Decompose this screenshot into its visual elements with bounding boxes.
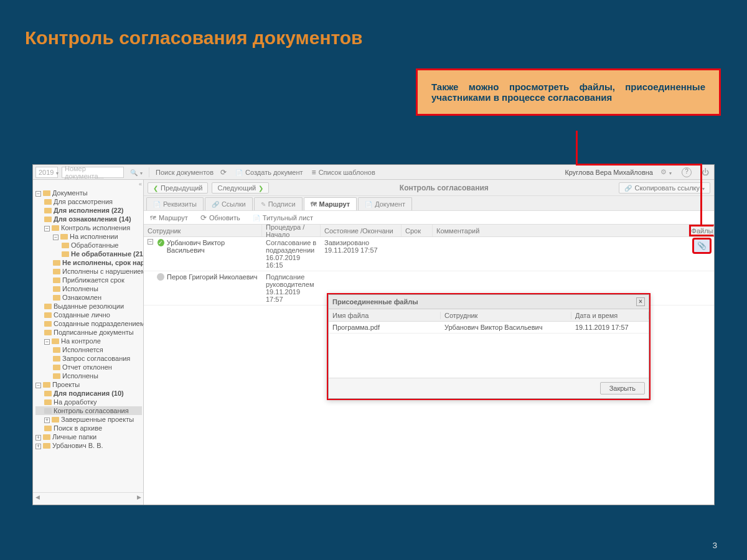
tree-node[interactable]: Созданные подразделением xyxy=(35,319,142,328)
route-grid-header: Сотрудник Процедура /Начало Состояние /О… xyxy=(144,225,714,237)
refresh-icon xyxy=(220,168,227,177)
create-doc-button[interactable]: Создать документ xyxy=(233,167,306,177)
table-row[interactable]: − Урбанович Виктор Васильевич Согласован… xyxy=(144,237,714,271)
refresh-button[interactable]: Обновить xyxy=(198,212,243,223)
title-page-button[interactable]: Титульный лист xyxy=(250,213,316,223)
tab-links[interactable]: Ссылки xyxy=(205,197,253,210)
col-comment[interactable]: Комментарий xyxy=(433,225,689,236)
route-button[interactable]: Маршрут xyxy=(148,213,190,223)
callout-connector xyxy=(700,164,702,225)
tab-requisites[interactable]: Реквизиты xyxy=(146,197,204,210)
dialog-row[interactable]: Программа.pdf Урбанович Виктор Васильеви… xyxy=(329,322,649,334)
callout-text: Также можно просмотреть файлы, присоедин… xyxy=(431,82,705,103)
expand-icon[interactable]: − xyxy=(148,239,153,245)
arrow-left-icon xyxy=(153,184,158,192)
tree-node-control-approval[interactable]: Контроль согласования xyxy=(35,406,142,415)
col-employee[interactable]: Сотрудник xyxy=(144,225,262,236)
tree-node[interactable]: Приближается срок xyxy=(35,276,142,284)
tree-node-control-exec[interactable]: −Контроль исполнения xyxy=(35,223,142,232)
year-select[interactable]: 2019 xyxy=(35,167,58,178)
record-title: Контроль согласования xyxy=(273,184,615,192)
col-state[interactable]: Состояние /Окончани xyxy=(321,225,402,236)
tree-node[interactable]: Запрос согласования xyxy=(35,354,142,363)
chevron-down-icon xyxy=(56,169,59,176)
tab-signatures[interactable]: Подписи xyxy=(254,197,303,210)
search-docs-button[interactable]: Поиск документов xyxy=(153,167,229,178)
files-cell[interactable] xyxy=(689,237,714,271)
dialog-title-text: Присоединенные файлы xyxy=(332,298,418,306)
tree-node[interactable]: +Урбанович В. В. xyxy=(35,441,142,450)
paperclip-icon xyxy=(697,242,707,250)
help-icon xyxy=(682,167,692,177)
tree-node[interactable]: Не обработанные (21) xyxy=(35,250,142,258)
dcol-filename[interactable]: Имя файла xyxy=(329,312,441,319)
route-icon xyxy=(150,214,156,222)
document-icon xyxy=(253,214,260,222)
tree-node[interactable]: Для подписания (10) xyxy=(35,389,142,398)
tree-node[interactable]: Для ознакомления (14) xyxy=(35,215,142,223)
folder-tree: −Документы Для рассмотрения Для исполнен… xyxy=(33,180,143,492)
templates-button[interactable]: Список шаблонов xyxy=(309,167,378,178)
navigation-sidebar: « −Документы Для рассмотрения Для исполн… xyxy=(33,180,144,505)
current-user: Круглова Вера Михайловна xyxy=(565,169,653,176)
tree-node[interactable]: На доработку xyxy=(35,398,142,406)
tree-node[interactable]: Созданные лично xyxy=(35,310,142,319)
tree-node[interactable]: −На исполнении xyxy=(35,232,142,241)
main-toolbar: 2019 Номер документа... Поиск документов… xyxy=(33,165,714,180)
tree-node[interactable]: Для рассмотрения xyxy=(35,197,142,206)
dialog-grid-header: Имя файла Сотрудник Дата и время xyxy=(329,309,649,322)
tree-node[interactable]: Поиск в архиве xyxy=(35,424,142,432)
help-button[interactable] xyxy=(679,166,694,179)
page-number: 3 xyxy=(713,541,717,550)
dcol-date[interactable]: Дата и время xyxy=(571,312,649,319)
tree-node[interactable]: +Завершенные проекты xyxy=(35,415,142,424)
col-deadline[interactable]: Срок xyxy=(402,225,433,236)
file-name: Программа.pdf xyxy=(329,322,441,333)
tree-node[interactable]: Исполнены xyxy=(35,371,142,380)
col-procedure[interactable]: Процедура /Начало xyxy=(262,225,321,236)
file-date: 19.11.2019 17:57 xyxy=(571,322,649,333)
tree-node[interactable]: Ознакомлен xyxy=(35,293,142,302)
status-pending-icon xyxy=(157,273,164,281)
tree-node[interactable]: Не исполнены, срок наруш xyxy=(35,258,142,267)
settings-button[interactable] xyxy=(658,167,674,177)
tree-node-projects[interactable]: −Проекты xyxy=(35,380,142,389)
arrow-right-icon xyxy=(258,184,263,192)
tab-route[interactable]: Маршрут xyxy=(304,197,357,210)
tabs: Реквизиты Ссылки Подписи Маршрут Докумен… xyxy=(144,196,714,211)
refresh-icon xyxy=(200,213,207,222)
tab-document[interactable]: Документ xyxy=(358,197,412,210)
tree-node-on-control[interactable]: −На контроле xyxy=(35,337,142,345)
copy-link-button[interactable]: Скопировать ссылку xyxy=(619,182,710,194)
next-button[interactable]: Следующий xyxy=(212,182,269,194)
tree-node[interactable]: Отчет отклонен xyxy=(35,363,142,371)
tree-node[interactable]: Выданные резолюции xyxy=(35,302,142,310)
main-panel: Предыдущий Следующий Контроль согласован… xyxy=(144,180,714,505)
tree-node[interactable]: Для исполнения (22) xyxy=(35,206,142,215)
col-files[interactable]: Файлы xyxy=(689,225,714,236)
procedure-cell: Подписание руководителем 19.11.2019 17:5… xyxy=(262,271,321,305)
dialog-close-btn[interactable]: Закрыть xyxy=(600,382,645,394)
status-ok-icon xyxy=(157,239,164,246)
tree-node[interactable]: +Личные папки xyxy=(35,432,142,441)
attached-files-dialog: Присоединенные файлы × Имя файла Сотрудн… xyxy=(327,293,651,400)
magnifier-icon xyxy=(130,169,138,176)
prev-button[interactable]: Предыдущий xyxy=(148,182,208,194)
sidebar-collapse-button[interactable]: « xyxy=(139,181,142,187)
sidebar-scrollbar[interactable]: ◀▶ xyxy=(33,492,143,501)
dialog-close-button[interactable]: × xyxy=(636,297,645,306)
tree-node[interactable]: Обработанные xyxy=(35,241,142,250)
list-icon xyxy=(312,168,316,177)
tree-node[interactable]: Исполнены xyxy=(35,284,142,293)
files-indicator[interactable] xyxy=(693,239,710,253)
tree-node[interactable]: Исполнены с нарушением срок xyxy=(35,267,142,276)
tree-node[interactable]: Подписанные документы xyxy=(35,328,142,337)
tree-node-documents[interactable]: −Документы xyxy=(35,189,142,197)
app-window: 2019 Номер документа... Поиск документов… xyxy=(32,164,715,505)
slide-title: Контроль согласования документов xyxy=(0,0,747,49)
search-button[interactable] xyxy=(128,167,145,177)
dialog-grid-body: Программа.pdf Урбанович Виктор Васильеви… xyxy=(329,322,649,378)
dcol-employee[interactable]: Сотрудник xyxy=(441,312,571,319)
tree-node[interactable]: Исполняется xyxy=(35,345,142,354)
doc-number-input[interactable]: Номер документа... xyxy=(62,167,124,178)
